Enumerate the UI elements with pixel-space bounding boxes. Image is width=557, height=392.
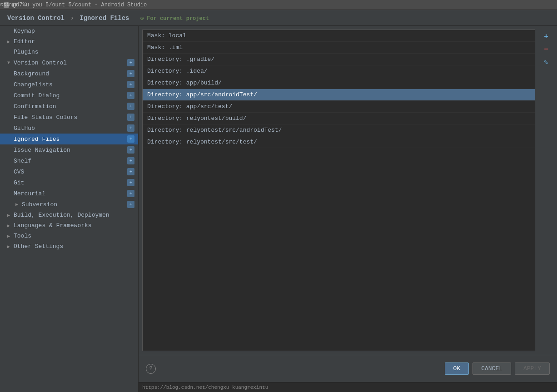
spacer-icon xyxy=(5,49,12,55)
list-item[interactable]: Mask: local xyxy=(143,30,535,42)
add-icon[interactable]: + xyxy=(127,168,134,175)
sidebar-item-label: Git xyxy=(14,179,127,186)
sidebar-item-label: Mercurial xyxy=(14,190,127,197)
sidebar-item-file-status-colors[interactable]: File Status Colors + xyxy=(0,112,138,123)
sidebar-item-label: Tools xyxy=(14,233,134,239)
chevron-right-icon: ▶ xyxy=(5,223,12,229)
main-content: Mask: local Mask: .iml Directory: .gradl… xyxy=(139,26,557,392)
sidebar-item-changelists[interactable]: Changelists + xyxy=(0,79,138,90)
sidebar-item-label: GitHub xyxy=(14,125,127,132)
sidebar-item-cvs[interactable]: CVS + xyxy=(0,166,138,177)
add-icon[interactable]: + xyxy=(127,92,134,99)
help-button[interactable]: ? xyxy=(146,364,156,374)
sidebar-item-ignored-files[interactable]: Ignored Files + xyxy=(0,134,138,144)
sidebar-item-github[interactable]: GitHub + xyxy=(0,123,138,134)
edit-entry-button[interactable]: ✎ xyxy=(541,57,552,68)
add-icon[interactable]: + xyxy=(127,135,134,143)
list-item[interactable]: Directory: relyontest/build/ xyxy=(143,113,535,124)
sidebar-item-languages-frameworks[interactable]: ▶ Languages & Frameworks xyxy=(0,220,138,231)
close-button[interactable]: Settings xyxy=(4,2,9,8)
sidebar-item-label: Other Settings xyxy=(14,243,134,250)
dialog-header: Version Control › Ignored Files ⊙ For cu… xyxy=(0,10,557,26)
chevron-down-icon: ▼ xyxy=(5,60,12,66)
list-item[interactable]: Directory: .gradle/ xyxy=(143,54,535,65)
add-icon[interactable]: + xyxy=(127,81,134,88)
sidebar-item-label: Issue Navigation xyxy=(14,147,127,154)
sidebar-item-label: Build, Execution, Deploymen xyxy=(14,212,134,218)
sidebar-item-label: Languages & Frameworks xyxy=(14,222,134,229)
file-list[interactable]: Mask: local Mask: .iml Directory: .gradl… xyxy=(142,30,535,351)
add-entry-button[interactable]: + xyxy=(541,31,552,42)
bottom-left: ? xyxy=(146,364,156,374)
sidebar-item-subversion[interactable]: ▶ Subversion + xyxy=(0,199,138,210)
breadcrumb-separator: › xyxy=(70,15,74,22)
sidebar-item-background[interactable]: Background + xyxy=(0,68,138,79)
content-area: Mask: local Mask: .iml Directory: .gradl… xyxy=(139,26,557,355)
status-url-text: https://blog.csdn.net/chengxu_kuangrexin… xyxy=(142,385,268,390)
breadcrumb: Version Control › Ignored Files ⊙ For cu… xyxy=(7,15,550,22)
breadcrumb-parent: Version Control xyxy=(7,15,65,22)
sidebar-item-label: File Status Colors xyxy=(14,114,127,121)
sidebar-item-confirmation[interactable]: Confirmation + xyxy=(0,101,138,112)
add-icon[interactable]: + xyxy=(127,190,134,197)
sidebar-item-version-control[interactable]: ▼ Version Control + xyxy=(0,57,138,68)
sidebar-item-issue-navigation[interactable]: Issue Navigation + xyxy=(0,144,138,155)
sidebar-item-label: Ignored Files xyxy=(14,136,127,143)
chevron-right-icon: ▶ xyxy=(5,39,12,45)
sidebar-item-mercurial[interactable]: Mercurial + xyxy=(0,188,138,199)
spacer-icon xyxy=(5,28,12,35)
sidebar-item-label: Editor xyxy=(14,38,134,45)
list-item[interactable]: Mask: .iml xyxy=(143,42,535,54)
list-item[interactable]: Directory: app/src/test/ xyxy=(143,101,535,113)
project-tag: ⊙ For current project xyxy=(140,15,209,22)
add-icon[interactable]: + xyxy=(127,70,134,77)
ok-button[interactable]: OK xyxy=(445,362,469,375)
add-icon[interactable]: + xyxy=(127,114,134,121)
list-item-selected[interactable]: Directory: app/src/androidTest/ xyxy=(143,89,535,101)
sidebar-item-label: Changelists xyxy=(14,81,127,88)
chevron-right-icon: ▶ xyxy=(5,212,12,218)
add-icon[interactable]: + xyxy=(127,179,134,186)
add-icon[interactable]: + xyxy=(127,146,134,154)
list-item[interactable]: Directory: relyontest/src/androidTest/ xyxy=(143,124,535,136)
title-bar-text: gd7%u_you_5/ount_5/count - Android Studi… xyxy=(13,2,147,8)
add-icon[interactable]: + xyxy=(127,201,134,208)
sidebar-item-label: Shelf xyxy=(14,158,127,164)
sidebar-item-label: Subversion xyxy=(22,201,127,208)
sidebar-item-label: CVS xyxy=(14,169,127,175)
list-item[interactable]: Directory: .idea/ xyxy=(143,65,535,77)
sidebar-item-other-settings[interactable]: ▶ Other Settings xyxy=(0,241,138,252)
sidebar-item-label: Version Control xyxy=(14,60,127,66)
settings-dialog: Version Control › Ignored Files ⊙ For cu… xyxy=(0,10,557,392)
sidebar-item-label: Commit Dialog xyxy=(14,92,127,99)
add-icon[interactable]: + xyxy=(127,124,134,132)
list-item[interactable]: Directory: app/build/ xyxy=(143,77,535,89)
breadcrumb-current: Ignored Files xyxy=(80,15,129,22)
sidebar: Keymap ▶ Editor Plugins ▼ Version Contro… xyxy=(0,26,139,392)
sidebar-item-git[interactable]: Git + xyxy=(0,177,138,188)
dialog-body: Keymap ▶ Editor Plugins ▼ Version Contro… xyxy=(0,26,557,392)
add-icon[interactable]: + xyxy=(127,59,134,66)
sidebar-item-label: Background xyxy=(14,70,127,77)
sidebar-item-tools[interactable]: ▶ Tools xyxy=(0,231,138,241)
remove-entry-button[interactable]: − xyxy=(541,44,552,55)
list-item[interactable]: Directory: relyontest/src/test/ xyxy=(143,136,535,148)
sidebar-item-keymap[interactable]: Keymap xyxy=(0,26,138,36)
bottom-right: OK CANCEL APPLY xyxy=(445,362,550,375)
add-icon[interactable]: + xyxy=(127,157,134,164)
bottom-bar: ? OK CANCEL APPLY xyxy=(139,355,557,382)
apply-button[interactable]: APPLY xyxy=(515,362,550,375)
status-url-bar: https://blog.csdn.net/chengxu_kuangrexin… xyxy=(139,382,557,392)
title-bar: Settings gd7%u_you_5/ount_5/count - Andr… xyxy=(0,0,557,10)
chevron-right-icon: ▶ xyxy=(14,201,20,208)
sidebar-item-shelf[interactable]: Shelf + xyxy=(0,155,138,166)
sidebar-item-build-execution[interactable]: ▶ Build, Execution, Deploymen xyxy=(0,210,138,220)
sidebar-item-commit-dialog[interactable]: Commit Dialog + xyxy=(0,90,138,101)
chevron-right-icon: ▶ xyxy=(5,233,12,239)
sidebar-item-label: Plugins xyxy=(14,49,134,55)
add-icon[interactable]: + xyxy=(127,103,134,110)
sidebar-item-plugins[interactable]: Plugins xyxy=(0,47,138,57)
list-toolbar: + − ✎ xyxy=(539,30,553,351)
sidebar-item-editor[interactable]: ▶ Editor xyxy=(0,36,138,47)
cancel-button[interactable]: CANCEL xyxy=(472,362,511,375)
